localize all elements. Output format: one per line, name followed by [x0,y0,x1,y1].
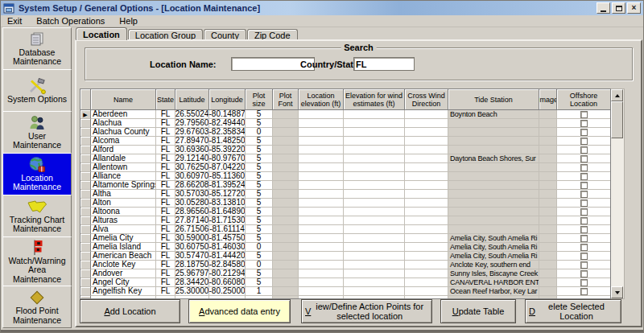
cell-state[interactable]: FL [156,243,175,252]
cell-loc_elev[interactable] [299,110,344,119]
cell-state[interactable]: FL [156,146,175,154]
cell-plot_font[interactable] [273,243,299,252]
cell-tide[interactable] [448,216,539,225]
cell-name[interactable]: Alachua [91,119,156,128]
advanced-data-entry-button[interactable]: Advanced data entry [188,299,291,323]
cell-image[interactable] [539,137,557,146]
cell-tide[interactable] [448,296,539,298]
cell-plot_font[interactable] [273,216,299,225]
cell-plot_font[interactable] [273,225,299,234]
offshore-checkbox[interactable] [580,270,588,278]
cell-image[interactable] [539,128,557,137]
cell-state[interactable]: FL [156,119,175,128]
cell-latitude[interactable]: 25.96797 [175,269,209,278]
cell-plot_size[interactable]: 5 [246,252,273,261]
cell-elev_wind[interactable] [344,252,405,261]
cell-latitude[interactable]: 30.57030 [175,190,209,199]
cell-name[interactable]: Alturas [91,216,156,225]
column-header-latitude[interactable]: Latitude [175,89,209,110]
cell-name[interactable]: Alliance [91,172,156,181]
cell-latitude[interactable]: 28.34420 [175,278,209,287]
cell-offshore[interactable] [557,128,610,137]
cell-offshore[interactable] [557,269,610,278]
offshore-checkbox[interactable] [580,138,588,145]
cell-offshore[interactable] [557,261,610,269]
tab-zip-code[interactable]: Zip Code [247,29,298,40]
cell-plot_size[interactable]: 5 [246,163,273,172]
cell-state[interactable]: FL [156,261,175,269]
cell-loc_elev[interactable] [299,216,344,225]
cell-elev_wind[interactable] [344,110,405,119]
cell-offshore[interactable] [557,287,610,296]
cell-offshore[interactable] [557,243,610,252]
cell-name[interactable]: Alachua County [91,128,156,137]
sidebar-item-location-maintenance[interactable]: Location Maintenance [2,153,72,195]
cell-longitude[interactable]: -85.11360 [209,172,246,181]
cell-tide[interactable] [448,137,539,146]
cell-loc_elev[interactable] [299,278,344,287]
cell-longitude[interactable]: -82.49440 [209,119,246,128]
cell-offshore[interactable] [557,225,610,234]
cell-elev_wind[interactable] [344,225,405,234]
cell-loc_elev[interactable] [299,261,344,269]
cell-loc_elev[interactable] [299,225,344,234]
cell-longitude[interactable]: -80.25000 [209,287,246,296]
cell-plot_font[interactable] [273,146,299,154]
cell-latitude[interactable]: 30.59000 [175,234,209,243]
cell-tide[interactable]: Ocean Reef Harbor, Key Lar [448,287,539,296]
menu-item-batch-operations[interactable]: Batch Operations [36,16,105,26]
add-location-button[interactable]: Add Location [80,299,180,323]
cell-tide[interactable]: Boynton Beach [448,110,539,119]
cell-cross_wind[interactable] [405,287,448,296]
cell-offshore[interactable] [557,252,610,261]
offshore-checkbox[interactable] [580,279,588,286]
sidebar-item-user-maintenance[interactable]: User Maintenance [2,111,72,154]
column-header-plot-size[interactable]: Plot size [246,89,273,110]
row-selector-cell[interactable] [80,269,91,278]
cell-plot_font[interactable] [273,269,299,278]
cell-loc_elev[interactable] [299,296,344,298]
cell-elev_wind[interactable] [344,216,405,225]
cell-longitude[interactable]: -83.13810 [209,199,246,208]
row-selector-cell[interactable] [80,172,91,181]
cell-latitude[interactable]: 30.60750 [175,243,209,252]
cell-latitude[interactable]: 29.79560 [175,119,209,128]
cell-longitude[interactable]: -82.84580 [209,261,246,269]
cell-state[interactable]: FL [156,137,175,146]
cell-name[interactable]: Amelia City [91,234,156,243]
cell-image[interactable] [539,163,557,172]
cell-name[interactable]: Altamonte Springs [91,181,156,190]
column-header-selector[interactable] [80,89,91,110]
sidebar-item-watch-warning-area-maintenance[interactable]: Watch/Warning Area Maintenance [2,236,72,287]
cell-plot_font[interactable] [273,154,299,163]
cell-plot_size[interactable]: 5 [246,137,273,146]
cell-elev_wind[interactable] [344,154,405,163]
cell-latitude[interactable]: 28.66208 [175,181,209,190]
vertical-scrollbar[interactable] [611,88,625,299]
column-header-cross-wind-direction[interactable]: Cross Wind Direction [405,89,448,110]
row-selector-cell[interactable] [80,119,91,128]
column-header-longitude[interactable]: Longitude [209,89,246,110]
row-selector-cell[interactable] [80,243,91,252]
cell-plot_size[interactable]: 0 [246,128,273,137]
row-selector-cell[interactable] [80,146,91,154]
column-header-state[interactable]: State [156,89,175,110]
menu-item-exit[interactable]: Exit [7,16,22,26]
cell-loc_elev[interactable] [299,252,344,261]
cell-elev_wind[interactable] [344,261,405,269]
cell-offshore[interactable] [557,190,610,199]
offshore-checkbox[interactable] [580,164,588,171]
offshore-checkbox[interactable] [580,226,588,233]
cell-longitude[interactable]: -81.45750 [209,234,246,243]
cell-plot_font[interactable] [273,208,299,216]
cell-tide[interactable]: Amelia City, South Amelia Ri [448,234,539,243]
row-selector-cell[interactable]: ▶ [80,110,91,119]
cell-tide[interactable] [448,181,539,190]
tab-location-group[interactable]: Location Group [128,29,203,40]
row-selector-cell[interactable] [80,225,91,234]
cell-longitude[interactable]: -81.44420 [209,252,246,261]
cell-offshore[interactable] [557,216,610,225]
cell-latitude[interactable]: 29.12140 [175,154,209,163]
cell-image[interactable] [539,287,557,296]
cell-latitude[interactable]: 28.18750 [175,261,209,269]
